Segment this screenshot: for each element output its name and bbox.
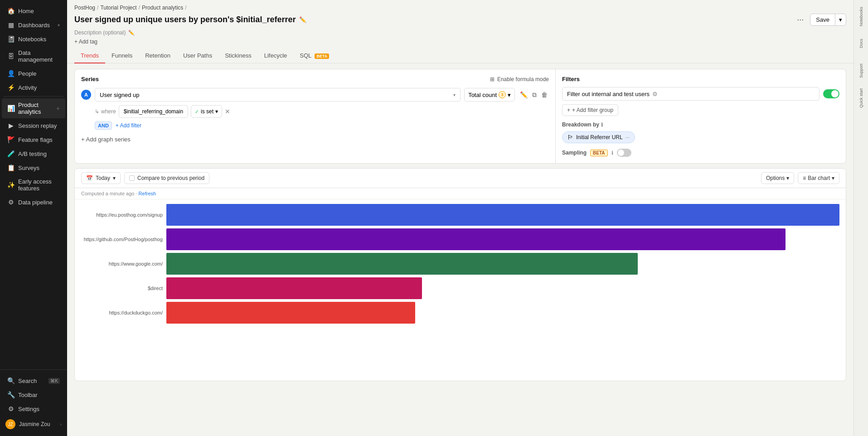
add-filter-group-label: + Add filter group [572, 107, 613, 113]
refresh-link[interactable]: Refresh [139, 191, 156, 196]
tab-lifecycle[interactable]: Lifecycle [258, 48, 294, 63]
bar-fill [166, 302, 415, 324]
breakdown-title: Breakdown by ℹ [562, 121, 839, 128]
series-event-label: User signed up [100, 92, 139, 98]
chevron-down-icon: ▾ [832, 175, 834, 181]
sampling-toggle[interactable] [617, 149, 631, 157]
description-row: Description (optional) ✏️ [74, 29, 846, 36]
chevron-down-icon: ▾ [453, 92, 456, 97]
sidebar-item-data-management[interactable]: 🗄 Data management [2, 46, 65, 66]
tab-funnels[interactable]: Funnels [105, 48, 139, 63]
sidebar-item-data-pipeline[interactable]: ⚙ Data pipeline [2, 195, 65, 209]
filter-property-input[interactable]: $initial_referring_domain [119, 105, 188, 118]
add-series-label: + Add graph series [81, 136, 131, 143]
bar-track[interactable] [166, 204, 839, 226]
settings-icon: ⚙ [7, 405, 15, 412]
chevron-right-icon: › [60, 422, 62, 427]
bar-track[interactable] [166, 302, 839, 324]
delete-series-button[interactable]: 🗑 [540, 90, 549, 100]
breakdown-tag[interactable]: 🏳 Initial Referrer URL ··· [562, 131, 635, 143]
breakdown-more-icon[interactable]: ··· [626, 134, 630, 140]
chevron-down-icon: ▾ [215, 108, 218, 115]
filter-close-button[interactable]: ✕ [225, 108, 230, 115]
breakdown-title-text: Breakdown by [562, 121, 599, 128]
add-filter-button[interactable]: + Add filter [116, 122, 141, 129]
sidebar-item-activity[interactable]: ⚡ Activity [2, 81, 65, 94]
product-analytics-icon: 📊 [7, 105, 15, 112]
breadcrumb-posthog[interactable]: PostHog [74, 5, 95, 11]
bar-track[interactable] [166, 253, 839, 275]
sidebar-item-people[interactable]: 👤 People [2, 67, 65, 80]
early-access-icon: ✨ [7, 181, 15, 189]
add-series-button[interactable]: + Add graph series [81, 133, 131, 145]
chart-controls-bar: 📅 Today ▾ Compare to previous period Opt… [75, 169, 846, 188]
compare-button[interactable]: Compare to previous period [124, 172, 209, 184]
options-button[interactable]: Options ▾ [761, 172, 794, 184]
sampling-beta-badge: BETA [590, 150, 607, 156]
filter-op-select[interactable]: ✓ is set ▾ [191, 105, 222, 118]
sampling-info-icon[interactable]: ℹ [611, 150, 613, 156]
breakdown-label: Initial Referrer URL [576, 134, 623, 140]
tab-trends[interactable]: Trends [74, 48, 105, 63]
add-tag-button[interactable]: + Add tag [74, 39, 97, 45]
sidebar-item-home[interactable]: 🏠 Home [2, 4, 65, 18]
tab-retention[interactable]: Retention [139, 48, 177, 63]
bar-track[interactable] [166, 228, 839, 250]
feature-flags-icon: 🚩 [7, 136, 15, 143]
sidebar-item-settings[interactable]: ⚙ Settings [2, 402, 65, 416]
user-menu[interactable]: JZ Jasmine Zou › [0, 416, 67, 432]
edit-series-button[interactable]: ✏️ [519, 90, 529, 100]
sidebar-item-session-replay[interactable]: ▶ Session replay [2, 119, 65, 132]
chevron-down-icon: ▾ [58, 23, 60, 28]
info-icon[interactable]: ℹ [601, 122, 603, 128]
save-button[interactable]: Save ▾ [810, 14, 846, 26]
save-arrow-icon[interactable]: ▾ [835, 14, 846, 25]
calendar-icon: 📅 [86, 175, 93, 181]
breadcrumb-tutorial[interactable]: Tutorial Project [100, 5, 136, 11]
sidebar-item-search[interactable]: 🔍 Search ⌘K [2, 374, 65, 388]
sidebar-item-product-analytics[interactable]: 📊 Product analytics + [2, 98, 65, 118]
right-sidebar-support[interactable]: Support [855, 58, 868, 83]
right-sidebar-quick-start[interactable]: Quick start [855, 85, 868, 111]
right-sidebar-notebooks[interactable]: Notebooks [855, 4, 868, 29]
sidebar-item-early-access[interactable]: ✨ Early access features [2, 175, 65, 195]
edit-title-icon[interactable]: ✏️ [299, 16, 306, 23]
computed-text: Computed a minute ago [81, 191, 134, 196]
sidebar-item-dashboards[interactable]: ▦ Dashboards ▾ [2, 18, 65, 32]
gear-icon[interactable]: ⚙ [652, 91, 658, 97]
date-range-button[interactable]: 📅 Today ▾ [81, 172, 121, 184]
filter-property-label: $initial_referring_domain [124, 108, 183, 115]
series-event-select[interactable]: User signed up ▾ [95, 88, 461, 102]
right-sidebar-docs[interactable]: Docs [855, 31, 868, 56]
add-filter-group-button[interactable]: + + Add filter group [562, 104, 618, 116]
add-icon[interactable]: + [56, 105, 60, 112]
check-icon: ✓ [195, 109, 199, 115]
chevron-down-icon: ▾ [113, 175, 116, 181]
sidebar-item-toolbar[interactable]: 🔧 Toolbar [2, 388, 65, 402]
session-replay-icon: ▶ [7, 122, 15, 129]
chart-type-button[interactable]: ≡ Bar chart ▾ [798, 172, 839, 184]
bar-track[interactable] [166, 277, 839, 299]
aggregation-count-badge: 3 [499, 91, 506, 98]
edit-description-icon[interactable]: ✏️ [128, 30, 135, 36]
formula-mode-btn[interactable]: ⊞ Enable formula mode [490, 76, 549, 82]
sidebar-item-label: Surveys [18, 165, 39, 171]
sidebar-item-ab-testing[interactable]: 🧪 A/B testing [2, 147, 65, 160]
bar-chart-icon: ≡ [803, 175, 806, 181]
bar-row: https://github.com/PostHog/posthog [81, 228, 839, 250]
sidebar-item-label: Activity [18, 84, 37, 91]
filter-toggle[interactable] [823, 89, 839, 98]
sidebar-item-surveys[interactable]: 📋 Surveys [2, 161, 65, 174]
aggregation-select[interactable]: Total count 3 ▾ [464, 88, 515, 102]
bar-label: https://www.google.com/ [81, 261, 163, 266]
tab-sql[interactable]: SQL BETA [293, 48, 335, 63]
avatar: JZ [5, 419, 15, 429]
chart-controls-right: Options ▾ ≡ Bar chart ▾ [761, 172, 839, 184]
sidebar-item-feature-flags[interactable]: 🚩 Feature flags [2, 133, 65, 146]
tab-stickiness[interactable]: Stickiness [218, 48, 258, 63]
tab-user-paths[interactable]: User Paths [177, 48, 218, 63]
breadcrumb-product-analytics[interactable]: Product analytics [142, 5, 183, 11]
sidebar-item-notebooks[interactable]: 📓 Notebooks [2, 32, 65, 46]
more-options-button[interactable]: ··· [794, 14, 806, 25]
duplicate-series-button[interactable]: ⧉ [531, 90, 538, 100]
